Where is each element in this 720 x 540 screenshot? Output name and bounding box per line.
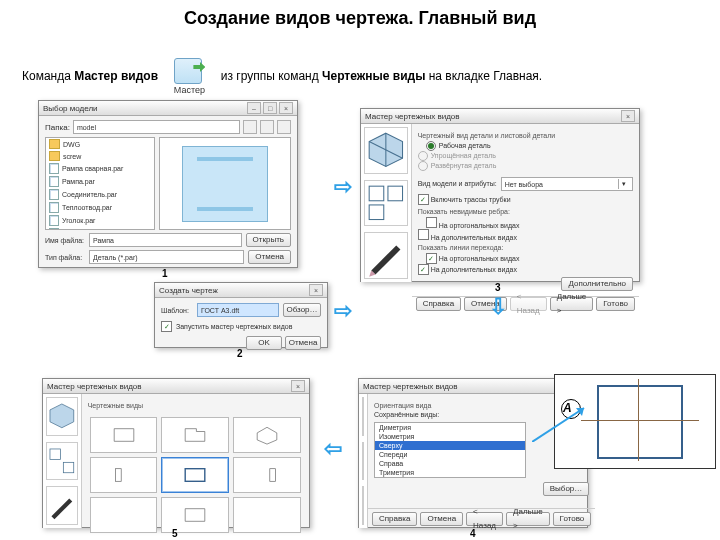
help-button[interactable]: Справка bbox=[372, 512, 417, 526]
orientation-option[interactable]: Триметрия bbox=[375, 468, 525, 477]
tools-icon[interactable] bbox=[277, 120, 291, 134]
finish-button[interactable]: Готово bbox=[553, 512, 592, 526]
pencil-thumb bbox=[362, 486, 364, 525]
svg-rect-5 bbox=[369, 205, 384, 220]
flow-arrow-down: ⇩ bbox=[489, 296, 507, 318]
back-button: < Назад bbox=[510, 297, 547, 311]
svg-marker-15 bbox=[114, 429, 134, 442]
template-label: Шаблон: bbox=[161, 307, 193, 314]
finish-button[interactable]: Готово bbox=[596, 297, 635, 311]
dialog2-title: Создать чертеж bbox=[159, 286, 307, 295]
views-thumb bbox=[364, 180, 408, 227]
close-button[interactable]: × bbox=[309, 284, 323, 296]
step-label-5: 5 bbox=[172, 528, 178, 539]
svg-rect-3 bbox=[369, 186, 384, 201]
views-thumb bbox=[46, 442, 78, 481]
centerline-h bbox=[581, 420, 699, 421]
edges-heading: Показать невидимые ребра: bbox=[418, 208, 633, 215]
orientation-option[interactable]: Диметрия bbox=[375, 423, 525, 432]
list-item[interactable]: Рампа сварная.par bbox=[46, 162, 154, 175]
view-cell[interactable] bbox=[161, 417, 229, 453]
svg-marker-11 bbox=[50, 404, 74, 428]
edge-ortho-checkbox[interactable] bbox=[426, 217, 437, 228]
wizard-preview-pane bbox=[43, 394, 82, 528]
list-item[interactable]: Соединитель.par bbox=[46, 188, 154, 201]
filename-input[interactable]: Рампа bbox=[89, 233, 242, 247]
view-cell[interactable] bbox=[233, 497, 301, 533]
radio-working-part[interactable] bbox=[426, 141, 436, 151]
browse-button[interactable]: Обзор… bbox=[283, 303, 321, 317]
file-list[interactable]: DWG screw Рампа сварная.par Рампа.par Со… bbox=[45, 137, 155, 230]
svg-rect-4 bbox=[388, 186, 403, 201]
dialog-create-drawing: Создать чертеж × Шаблон: ГОСТ A3.dft Обз… bbox=[154, 282, 328, 348]
d5-heading: Чертежные виды bbox=[88, 402, 303, 409]
file-icon bbox=[49, 228, 59, 230]
view-cell[interactable] bbox=[233, 417, 301, 453]
dialog3-title: Мастер чертежных видов bbox=[365, 112, 619, 121]
custom-orientation-button[interactable]: Выбор… bbox=[543, 482, 590, 496]
orientation-option[interactable]: Справа bbox=[375, 459, 525, 468]
step-label-4: 4 bbox=[470, 528, 476, 539]
dialog1-title: Выбор модели bbox=[43, 104, 245, 113]
view-cell[interactable] bbox=[90, 497, 158, 533]
edge-aux-checkbox[interactable] bbox=[418, 229, 429, 240]
orientation-option[interactable]: Спереди bbox=[375, 450, 525, 459]
view-cell[interactable] bbox=[90, 457, 158, 493]
dialog5-title: Мастер чертежных видов bbox=[47, 382, 289, 391]
next-button[interactable]: Дальше > bbox=[550, 297, 594, 311]
filename-label: Имя файла: bbox=[45, 237, 85, 244]
view-cell-selected[interactable] bbox=[161, 457, 229, 493]
view-cell[interactable] bbox=[233, 457, 301, 493]
advanced-button[interactable]: Дополнительно bbox=[561, 277, 633, 291]
open-button[interactable]: Открыть bbox=[246, 233, 291, 247]
tube-traces-checkbox[interactable]: ✓ bbox=[418, 194, 429, 205]
close-button[interactable]: × bbox=[279, 102, 293, 114]
chevron-down-icon: ▾ bbox=[618, 179, 629, 189]
up-folder-icon[interactable] bbox=[243, 120, 257, 134]
list-item[interactable]: Уголок.par bbox=[46, 214, 154, 227]
svg-rect-19 bbox=[186, 469, 206, 482]
cl-ortho-checkbox[interactable]: ✓ bbox=[426, 253, 437, 264]
wizard-preview-pane bbox=[361, 124, 412, 282]
cl-aux-checkbox[interactable]: ✓ bbox=[418, 264, 429, 275]
orientation-option[interactable]: Изометрия bbox=[375, 432, 525, 441]
min-button[interactable]: – bbox=[247, 102, 261, 114]
svg-marker-14 bbox=[51, 498, 72, 519]
d3-heading: Чертежный вид детали и листовой детали bbox=[418, 132, 633, 139]
list-item[interactable]: Рампа.par bbox=[46, 175, 154, 188]
radio-simplified bbox=[418, 151, 428, 161]
help-button[interactable]: Справка bbox=[416, 297, 461, 311]
intro-text: Команда Мастер видов Мастер видов из гру… bbox=[22, 56, 698, 98]
back-button[interactable]: < Назад bbox=[466, 512, 503, 526]
svg-marker-6 bbox=[371, 245, 400, 274]
orientation-list[interactable]: Диметрия Изометрия Сверху Спереди Справа… bbox=[374, 422, 526, 478]
svg-rect-12 bbox=[50, 449, 60, 459]
list-item[interactable]: DWG bbox=[46, 138, 154, 150]
ok-button[interactable]: OK bbox=[246, 336, 282, 350]
iso-thumb bbox=[46, 397, 78, 436]
list-item[interactable]: screw bbox=[46, 150, 154, 162]
filetype-select[interactable]: Деталь (*.par) bbox=[89, 250, 244, 264]
bend-select[interactable]: Нет выбора▾ bbox=[501, 177, 633, 191]
iso-thumb bbox=[364, 127, 408, 174]
wizard-preview-pane bbox=[359, 394, 368, 528]
folder-field[interactable]: model bbox=[73, 120, 240, 134]
max-button[interactable]: □ bbox=[263, 102, 277, 114]
view-cell[interactable] bbox=[90, 417, 158, 453]
annotation-view-a: A bbox=[554, 374, 716, 469]
view-icon[interactable] bbox=[260, 120, 274, 134]
list-item[interactable]: Шкив Zero.par bbox=[46, 227, 154, 230]
svg-rect-18 bbox=[115, 469, 121, 482]
template-input[interactable]: ГОСТ A3.dft bbox=[197, 303, 279, 317]
close-button[interactable]: × bbox=[291, 380, 305, 392]
cancel-button[interactable]: Отмена bbox=[420, 512, 463, 526]
cancel-button[interactable]: Отмена bbox=[285, 336, 321, 350]
orientation-option[interactable]: Сверху bbox=[375, 441, 525, 450]
next-button[interactable]: Дальше > bbox=[506, 512, 550, 526]
launch-wizard-checkbox[interactable]: ✓ bbox=[161, 321, 172, 332]
close-button[interactable]: × bbox=[621, 110, 635, 122]
file-icon bbox=[49, 202, 59, 213]
cancel-button[interactable]: Отмена bbox=[248, 250, 291, 264]
views-thumb bbox=[362, 442, 364, 481]
list-item[interactable]: Теплоотвод.par bbox=[46, 201, 154, 214]
